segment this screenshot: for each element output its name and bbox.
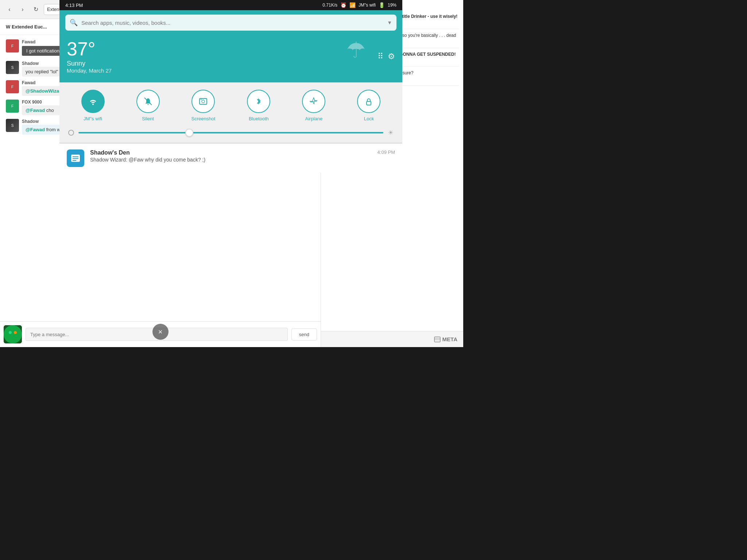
user-avatar — [4, 325, 22, 343]
svg-point-2 — [14, 331, 17, 334]
search-input[interactable] — [81, 20, 383, 26]
bluetooth-label: Bluetooth — [249, 116, 269, 121]
brightness-max-icon: ☀ — [388, 129, 394, 137]
svg-point-0 — [4, 325, 22, 343]
brightness-min-icon — [68, 130, 74, 136]
brightness-thumb[interactable] — [185, 129, 193, 137]
search-icon: 🔍 — [70, 19, 78, 27]
weather-date: Monday, March 27 — [67, 67, 112, 74]
search-dropdown-icon[interactable]: ▼ — [387, 20, 392, 26]
meta-logo: META — [434, 336, 457, 343]
wifi-label: JM"s wifi — [84, 116, 102, 121]
notification-card[interactable]: Shadow's Den Shadow Wizard: @Faw why did… — [59, 143, 402, 173]
wifi-status-icon: 📶 — [349, 2, 356, 8]
status-bar: 4:13 PM 0.71K/s ⏰ 📶 JM"s wifi 🔋 19% — [59, 0, 402, 10]
quick-settings-panel: JM"s wifi Silent Screenshot — [59, 82, 402, 143]
airplane-quick-button[interactable]: Airplane — [302, 90, 325, 121]
notification-body: Shadow Wizard: @Faw why did you come bac… — [90, 157, 372, 163]
screenshot-label: Screenshot — [191, 116, 216, 121]
status-time: 4:13 PM — [65, 3, 83, 8]
notification-overlay: 4:13 PM 0.71K/s ⏰ 📶 JM"s wifi 🔋 19% 🔍 ▼ … — [59, 0, 402, 173]
alarm-icon: ⏰ — [340, 2, 347, 8]
lock-quick-button[interactable]: Lock — [357, 90, 380, 121]
settings-icon[interactable]: ⚙ — [388, 52, 395, 61]
search-wrap: 🔍 ▼ — [65, 15, 396, 31]
bluetooth-quick-button[interactable]: Bluetooth — [247, 90, 270, 121]
search-bar-area: 🔍 ▼ — [59, 10, 402, 34]
avatar: S — [6, 61, 19, 74]
quick-buttons-row: JM"s wifi Silent Screenshot — [65, 90, 396, 121]
forward-button[interactable]: › — [18, 4, 28, 15]
airplane-label: Airplane — [305, 116, 323, 121]
notification-time: 4:09 PM — [378, 149, 395, 155]
weather-area: 37° Sunny Monday, March 27 ☂ ⠿ ⚙ — [59, 34, 402, 82]
battery-percent: 19% — [388, 3, 396, 8]
wifi-name: JM"s wifi — [359, 3, 376, 8]
battery-icon: 🔋 — [379, 2, 385, 8]
weather-temperature: 37° — [67, 39, 112, 58]
airplane-button-circle[interactable] — [302, 90, 325, 113]
brightness-slider-row: ☀ — [65, 129, 396, 137]
close-overlay-button[interactable]: × — [152, 324, 169, 340]
send-button[interactable]: send — [291, 328, 317, 341]
svg-rect-3 — [434, 337, 440, 342]
silent-button-circle[interactable] — [136, 90, 160, 113]
avatar: F — [6, 100, 19, 113]
screenshot-button-circle[interactable] — [191, 90, 215, 113]
wifi-button-circle[interactable] — [81, 90, 105, 113]
silent-label: Silent — [142, 116, 154, 121]
screenshot-quick-button[interactable]: Screenshot — [191, 90, 216, 121]
avatar: F — [6, 80, 19, 93]
svg-point-8 — [202, 100, 205, 103]
lock-label: Lock — [364, 116, 374, 121]
silent-quick-button[interactable]: Silent — [136, 90, 160, 121]
svg-rect-10 — [367, 101, 371, 105]
brightness-track[interactable] — [78, 132, 383, 133]
wiki-logo: W Extended Euc... — [6, 24, 47, 30]
back-button[interactable]: ‹ — [4, 4, 15, 15]
umbrella-icon: ☂ — [346, 37, 366, 63]
notification-app-icon — [67, 149, 84, 167]
refresh-button[interactable]: ↻ — [31, 4, 41, 15]
network-speed: 0.71K/s — [322, 3, 337, 8]
wifi-quick-button[interactable]: JM"s wifi — [81, 90, 105, 121]
bluetooth-button-circle[interactable] — [247, 90, 270, 113]
svg-point-1 — [9, 331, 12, 334]
notification-title: Shadow's Den — [90, 149, 372, 156]
lock-button-circle[interactable] — [357, 90, 380, 113]
avatar: S — [6, 119, 19, 132]
avatar: F — [6, 39, 19, 52]
weather-condition: Sunny — [67, 60, 112, 67]
apps-grid-icon[interactable]: ⠿ — [378, 52, 383, 61]
